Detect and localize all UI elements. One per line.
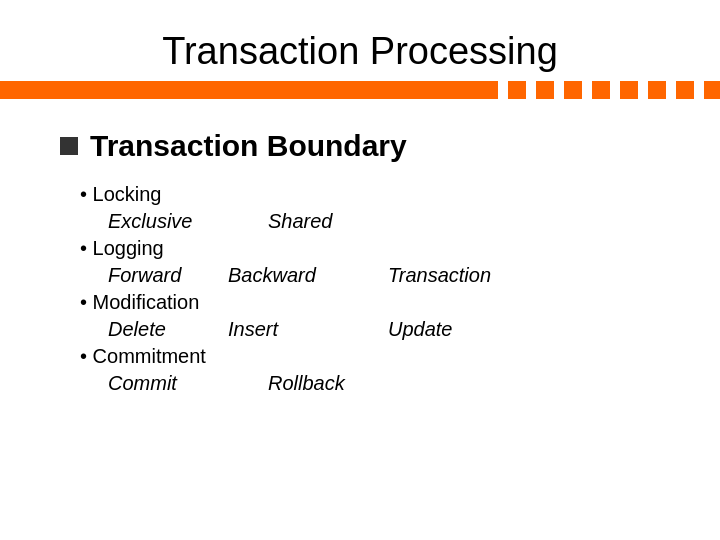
logging-transaction: Transaction	[388, 264, 491, 287]
locking-sub-row: Exclusive Shared	[80, 210, 660, 233]
section-title: Transaction Boundary	[90, 129, 407, 163]
commitment-rollback: Rollback	[268, 372, 345, 395]
modification-insert: Insert	[228, 318, 388, 341]
section-bullet	[60, 137, 78, 155]
logging-forward: Forward	[108, 264, 228, 287]
commitment-sub-row: Commit Rollback	[80, 372, 660, 395]
logging-backward: Backward	[228, 264, 388, 287]
slide: Transaction Processing Transaction Bound…	[0, 0, 720, 540]
bullet-commitment: • Commitment	[80, 345, 206, 367]
modification-sub-row: Delete Insert Update	[80, 318, 660, 341]
locking-exclusive: Exclusive	[108, 210, 268, 233]
title-area: Transaction Processing	[0, 0, 720, 81]
list-item: • Modification	[80, 291, 660, 314]
list-item: • Logging	[80, 237, 660, 260]
items-list: • Locking Exclusive Shared • Logging For…	[60, 183, 660, 395]
content-area: Transaction Boundary • Locking Exclusive…	[0, 99, 720, 419]
locking-shared: Shared	[268, 210, 333, 233]
bar-solid	[0, 81, 480, 99]
bullet-modification: • Modification	[80, 291, 199, 313]
bullet-logging: • Logging	[80, 237, 164, 259]
list-item: • Locking	[80, 183, 660, 206]
list-item: • Commitment	[80, 345, 660, 368]
bar-striped	[480, 81, 720, 99]
commitment-commit: Commit	[108, 372, 268, 395]
modification-update: Update	[388, 318, 453, 341]
bullet-locking: • Locking	[80, 183, 162, 205]
decoration-bar	[0, 81, 720, 99]
logging-sub-row: Forward Backward Transaction	[80, 264, 660, 287]
section-header: Transaction Boundary	[60, 129, 660, 163]
slide-title: Transaction Processing	[162, 30, 558, 72]
modification-delete: Delete	[108, 318, 228, 341]
